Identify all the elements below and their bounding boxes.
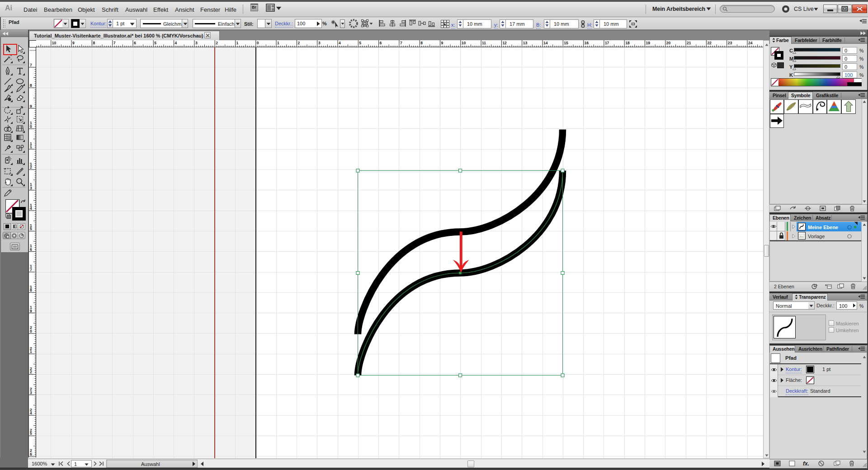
svg-text:2: 2 [30, 387, 32, 391]
svg-text:2: 2 [30, 367, 32, 371]
svg-text:1: 1 [30, 223, 32, 228]
svg-text:18: 18 [625, 41, 630, 45]
svg-text:9: 9 [30, 104, 32, 108]
svg-text:1: 1 [30, 305, 32, 310]
svg-text:5: 5 [359, 41, 361, 45]
svg-text:10: 10 [52, 41, 57, 45]
svg-text:9: 9 [72, 41, 75, 45]
svg-text:2: 2 [30, 428, 32, 432]
svg-text:2: 2 [297, 41, 300, 45]
svg-text:12: 12 [502, 41, 507, 45]
svg-text:20: 20 [666, 41, 671, 45]
svg-text:4: 4 [339, 41, 341, 45]
svg-text:1: 1 [30, 285, 32, 289]
svg-text:9: 9 [441, 41, 443, 45]
svg-text:15: 15 [564, 41, 568, 45]
svg-text:21: 21 [687, 41, 691, 45]
svg-text:6: 6 [134, 41, 136, 45]
svg-text:13: 13 [523, 41, 528, 45]
svg-text:16: 16 [585, 41, 589, 45]
svg-text:2: 2 [30, 408, 32, 412]
svg-text:10: 10 [462, 41, 466, 45]
svg-text:1: 1 [30, 203, 32, 207]
svg-text:1: 1 [236, 41, 239, 45]
svg-text:1: 1 [30, 121, 32, 125]
svg-text:1: 1 [30, 244, 32, 248]
svg-text:14: 14 [543, 41, 548, 45]
svg-text:23: 23 [728, 41, 732, 45]
svg-text:7: 7 [113, 41, 116, 45]
svg-text:8: 8 [30, 83, 32, 88]
svg-text:2: 2 [30, 325, 32, 330]
svg-text:2: 2 [30, 346, 32, 351]
svg-text:3: 3 [195, 41, 198, 45]
svg-text:11: 11 [482, 41, 486, 45]
svg-text:22: 22 [707, 41, 712, 45]
svg-text:1: 1 [277, 41, 279, 45]
svg-text:4: 4 [175, 41, 177, 45]
svg-text:7: 7 [30, 63, 32, 67]
svg-text:3: 3 [318, 41, 321, 45]
svg-text:1: 1 [30, 162, 32, 166]
svg-text:1: 1 [30, 141, 32, 146]
svg-text:8: 8 [420, 41, 423, 45]
svg-text:2: 2 [30, 448, 32, 453]
svg-text:1: 1 [30, 264, 32, 268]
svg-text:5: 5 [154, 41, 156, 45]
svg-text:7: 7 [400, 41, 402, 45]
svg-text:19: 19 [646, 41, 651, 45]
svg-text:1: 1 [30, 182, 32, 187]
svg-text:0: 0 [257, 41, 259, 45]
svg-text:24: 24 [748, 41, 753, 45]
svg-text:17: 17 [605, 41, 609, 45]
svg-text:8: 8 [93, 41, 95, 45]
svg-text:6: 6 [380, 41, 382, 45]
svg-text:2: 2 [216, 41, 218, 45]
